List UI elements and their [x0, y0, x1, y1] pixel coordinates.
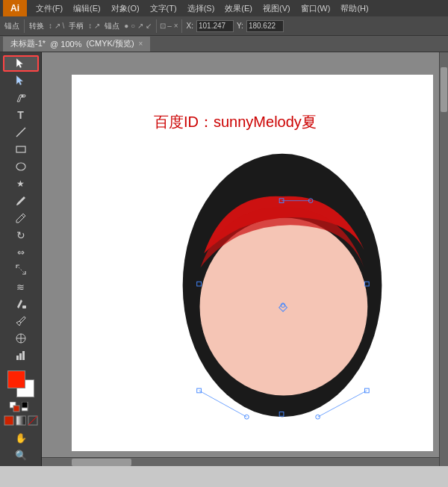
svg-line-6: [22, 215, 24, 217]
svg-rect-19: [22, 402, 28, 408]
transform-arrows: ↕ ↗ \: [49, 22, 64, 30]
svg-line-7: [16, 265, 25, 274]
swap-colors-icon[interactable]: [10, 402, 20, 412]
main-area: T ★: [0, 52, 448, 466]
svg-line-23: [28, 416, 37, 425]
svg-rect-15: [22, 351, 25, 360]
svg-rect-20: [4, 416, 13, 425]
menu-file[interactable]: 文件(F): [31, 0, 67, 16]
vertical-scrollbar[interactable]: [439, 52, 448, 466]
canvas-background: 百度ID：sunnyMelody夏: [72, 75, 433, 451]
svg-point-25: [200, 218, 368, 396]
pencil-icon: [15, 212, 27, 224]
menu-edit[interactable]: 编辑(E): [69, 0, 105, 16]
tab-mode: (CMYK/预览): [86, 38, 134, 49]
svg-rect-8: [22, 305, 26, 308]
menu-window[interactable]: 窗口(W): [296, 0, 335, 16]
rect-icon: [15, 143, 27, 155]
svg-rect-4: [16, 146, 25, 152]
toolbar-divider-1: [24, 19, 25, 33]
y-input[interactable]: [246, 20, 284, 32]
mesh-icon: [15, 332, 27, 344]
rotate-icon: ↻: [16, 229, 25, 241]
menu-effect[interactable]: 效果(E): [220, 0, 257, 16]
swatch-container: [7, 370, 34, 397]
selection-arrow-icon: [15, 58, 27, 69]
tool-brush[interactable]: [3, 193, 39, 209]
canvas-area[interactable]: 百度ID：sunnyMelody夏: [42, 52, 448, 466]
menu-bar: Ai 文件(F) 编辑(E) 对象(O) 文字(T) 选择(S) 效果(E) 视…: [0, 0, 448, 16]
tool-graph[interactable]: [3, 347, 39, 364]
tool-text[interactable]: T: [3, 107, 39, 123]
h-scrollbar-thumb[interactable]: [72, 459, 131, 466]
tool-scale[interactable]: [3, 261, 39, 278]
tool-zoom[interactable]: 🔍: [3, 447, 39, 463]
default-colors-icon[interactable]: [22, 402, 32, 412]
scrollbar-thumb[interactable]: [441, 67, 447, 112]
svg-marker-1: [16, 75, 23, 85]
zoom-icon: 🔍: [15, 450, 27, 461]
menu-object[interactable]: 对象(O): [107, 0, 144, 16]
toolbar-anchor-label: 锚点: [4, 21, 19, 31]
tool-rect[interactable]: [3, 141, 39, 158]
svg-rect-13: [16, 356, 19, 360]
svg-line-9: [19, 321, 21, 323]
illustration-container: [154, 142, 411, 429]
x-label: X:: [187, 22, 193, 30]
transform-icons: ⊡ – ×: [160, 22, 178, 30]
tool-paintbucket[interactable]: [3, 296, 39, 312]
menu-select[interactable]: 选择(S): [183, 0, 220, 16]
anchor-icons: ● ○ ↗ ↙: [124, 22, 151, 30]
svg-rect-28: [197, 388, 202, 393]
tab-name: 未标题-1*: [10, 38, 46, 49]
tool-mesh[interactable]: [3, 330, 39, 347]
pen-icon: [15, 92, 27, 104]
warp-icon: ≋: [16, 282, 25, 293]
menu-help[interactable]: 帮助(H): [336, 0, 373, 16]
svg-point-5: [16, 163, 25, 170]
tool-hand[interactable]: ✋: [3, 429, 39, 446]
document-tab[interactable]: 未标题-1* @ 100% (CMYK/预览) ×: [3, 37, 150, 52]
color-swatches: [1, 367, 41, 429]
tool-rotate[interactable]: ↻: [3, 227, 39, 244]
foreground-color-swatch[interactable]: [7, 370, 25, 388]
toolbar-divider-2: [156, 19, 157, 33]
tool-eyedropper[interactable]: [3, 313, 39, 329]
svg-line-3: [16, 128, 25, 137]
toolbar-transform-label: 转换: [29, 21, 44, 31]
svg-rect-21: [16, 416, 25, 425]
tool-pen[interactable]: [3, 90, 39, 106]
tool-reflect[interactable]: ⇔: [3, 244, 39, 261]
gradient-fill-icon[interactable]: [16, 415, 26, 426]
fill-mode-buttons: [4, 415, 38, 426]
tool-line[interactable]: [3, 124, 39, 140]
svg-rect-14: [19, 353, 22, 360]
tool-warp[interactable]: ≋: [3, 279, 39, 295]
line-icon: [15, 126, 27, 138]
menu-text[interactable]: 文字(T): [146, 0, 181, 16]
tab-close-button[interactable]: ×: [139, 40, 143, 48]
horizontal-scrollbar[interactable]: [42, 457, 439, 466]
scale-icon: [15, 264, 27, 276]
svg-marker-0: [16, 58, 23, 68]
direct-arrow-icon: [15, 75, 27, 87]
tab-bar: 未标题-1* @ 100% (CMYK/预览) ×: [0, 36, 448, 52]
tool-pencil[interactable]: [3, 210, 39, 226]
svg-point-2: [21, 95, 23, 97]
x-input[interactable]: [196, 20, 234, 32]
main-graphic-svg[interactable]: [163, 136, 402, 435]
hand-icon: ✋: [15, 432, 27, 444]
tool-ellipse[interactable]: [3, 158, 39, 175]
menu-view[interactable]: 视图(V): [258, 0, 295, 16]
solid-fill-icon[interactable]: [4, 415, 14, 426]
toolbar-handle-label: 手柄: [69, 21, 84, 31]
no-fill-icon[interactable]: [28, 415, 38, 426]
toolbar-divider-3: [181, 19, 182, 33]
tool-selection[interactable]: [3, 55, 39, 72]
y-label: Y:: [237, 22, 243, 30]
ellipse-tool-icon: [15, 161, 27, 173]
text-tool-icon: T: [17, 109, 24, 121]
color-mode-icons: [10, 402, 32, 412]
tool-direct-select[interactable]: [3, 72, 39, 89]
tool-star[interactable]: ★: [3, 176, 39, 192]
